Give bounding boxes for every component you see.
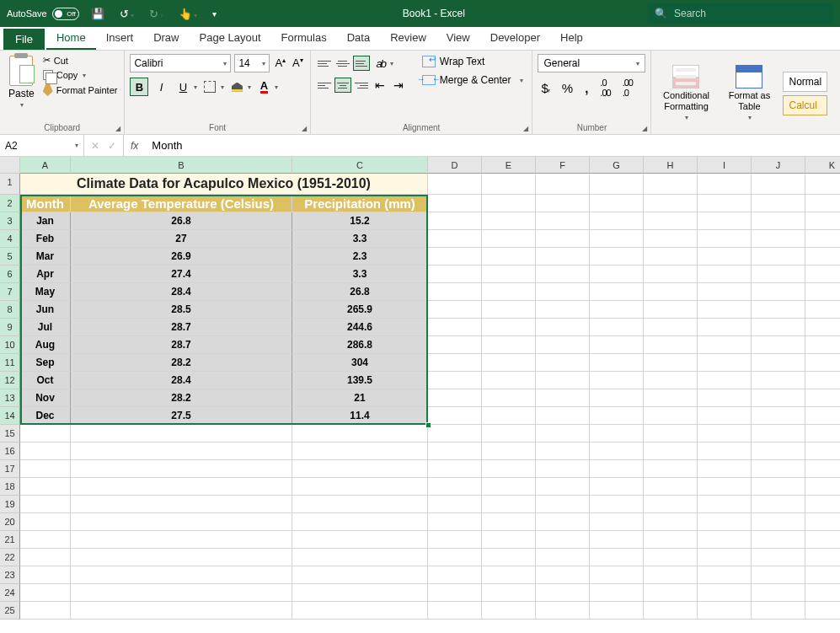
cell[interactable]	[644, 425, 698, 443]
search-box[interactable]: 🔍 Search	[648, 3, 833, 24]
cell-precip[interactable]: 3.3	[292, 230, 428, 248]
enter-formula-icon[interactable]: ✓	[108, 140, 116, 152]
tab-page-layout[interactable]: Page Layout	[190, 27, 271, 50]
cell[interactable]	[20, 602, 71, 620]
cell-month[interactable]: Jan	[20, 212, 71, 230]
cell[interactable]	[536, 443, 590, 460]
cell[interactable]	[428, 443, 482, 460]
cell[interactable]	[644, 602, 698, 620]
tab-data[interactable]: Data	[337, 27, 380, 50]
cell[interactable]	[536, 478, 590, 496]
title-cell[interactable]: Climate Data for Acapulco Mexico (1951-2…	[20, 174, 428, 195]
column-header-K[interactable]: K	[805, 157, 840, 174]
align-right-button[interactable]	[353, 78, 370, 93]
align-center-button[interactable]	[334, 78, 351, 93]
cell[interactable]	[698, 336, 752, 354]
cell[interactable]	[482, 230, 536, 248]
cell[interactable]	[590, 443, 644, 460]
cell[interactable]	[805, 407, 840, 425]
column-header-F[interactable]: F	[536, 157, 590, 174]
cell[interactable]	[805, 248, 840, 266]
cell[interactable]	[428, 407, 482, 425]
cell[interactable]	[428, 478, 482, 496]
cell[interactable]	[752, 354, 805, 372]
cell[interactable]	[644, 549, 698, 566]
cell[interactable]	[20, 531, 71, 549]
cell[interactable]	[805, 425, 840, 443]
tab-help[interactable]: Help	[550, 27, 593, 50]
align-left-button[interactable]	[316, 78, 333, 93]
border-button[interactable]	[201, 78, 219, 96]
row-header-10[interactable]: 10	[0, 336, 20, 354]
cell[interactable]	[482, 372, 536, 389]
cell[interactable]	[20, 425, 71, 443]
cell-month[interactable]: Jun	[20, 301, 71, 319]
column-header-H[interactable]: H	[644, 157, 698, 174]
align-bottom-button[interactable]	[353, 56, 370, 71]
cell[interactable]	[536, 496, 590, 513]
cell[interactable]	[482, 195, 536, 212]
cell[interactable]	[428, 283, 482, 301]
decrease-font-icon[interactable]: A▾	[291, 56, 305, 69]
row-header-24[interactable]: 24	[0, 584, 20, 602]
select-all-corner[interactable]	[0, 157, 20, 174]
cell[interactable]	[590, 531, 644, 549]
cell[interactable]	[428, 584, 482, 602]
cell[interactable]	[71, 513, 292, 531]
cell[interactable]	[752, 319, 805, 336]
cell[interactable]	[698, 602, 752, 620]
cell-precip[interactable]: 21	[292, 389, 428, 407]
increase-decimal-button[interactable]: .0.00	[597, 78, 613, 98]
save-icon[interactable]: 💾	[88, 8, 108, 20]
cell-month[interactable]: Apr	[20, 266, 71, 283]
align-middle-button[interactable]	[334, 56, 351, 71]
cell[interactable]	[71, 443, 292, 460]
number-launcher-icon[interactable]: ◢	[642, 125, 647, 132]
cell[interactable]	[71, 549, 292, 566]
cell-temp[interactable]: 26.9	[71, 248, 292, 266]
cell[interactable]	[805, 513, 840, 531]
cell[interactable]	[590, 354, 644, 372]
cell[interactable]	[698, 266, 752, 283]
cell[interactable]	[71, 496, 292, 513]
cell[interactable]	[536, 584, 590, 602]
format-painter-button[interactable]: Format Painter	[41, 83, 120, 97]
cell-precip[interactable]: 3.3	[292, 266, 428, 283]
cell[interactable]	[482, 174, 536, 195]
cell[interactable]	[698, 389, 752, 407]
cell[interactable]	[590, 566, 644, 584]
cell[interactable]	[482, 584, 536, 602]
cell[interactable]	[805, 372, 840, 389]
row-header-6[interactable]: 6	[0, 266, 20, 283]
cell[interactable]	[644, 584, 698, 602]
cell[interactable]	[482, 407, 536, 425]
cell[interactable]	[590, 584, 644, 602]
cell[interactable]	[428, 513, 482, 531]
tab-home[interactable]: Home	[46, 27, 96, 50]
cell[interactable]	[805, 212, 840, 230]
cell[interactable]	[482, 301, 536, 319]
cell[interactable]	[428, 319, 482, 336]
cell-precip[interactable]: 304	[292, 354, 428, 372]
cell[interactable]	[71, 602, 292, 620]
cut-button[interactable]: Cut	[41, 54, 120, 67]
cell[interactable]	[752, 478, 805, 496]
tab-developer[interactable]: Developer	[480, 27, 550, 50]
cell[interactable]	[536, 336, 590, 354]
cell[interactable]	[698, 478, 752, 496]
cell[interactable]	[590, 248, 644, 266]
cell[interactable]	[20, 478, 71, 496]
cell[interactable]	[698, 319, 752, 336]
tab-insert[interactable]: Insert	[96, 27, 144, 50]
cell[interactable]	[698, 354, 752, 372]
cell[interactable]	[805, 301, 840, 319]
cell-month[interactable]: Mar	[20, 248, 71, 266]
cell[interactable]	[698, 301, 752, 319]
orientation-button[interactable]: ab	[372, 54, 390, 72]
cell[interactable]	[482, 266, 536, 283]
cell[interactable]	[71, 425, 292, 443]
formula-input[interactable]: Month	[145, 135, 840, 156]
cell[interactable]	[428, 531, 482, 549]
cell[interactable]	[428, 389, 482, 407]
cell[interactable]	[644, 443, 698, 460]
